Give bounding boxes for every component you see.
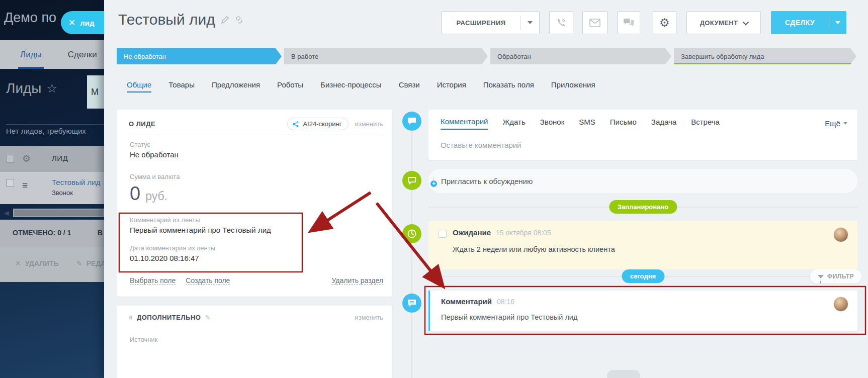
- tltab-sms[interactable]: SMS: [579, 118, 595, 129]
- about-lead-card: О ЛИДЕ AI24-скоринг изменить Статус Не о…: [117, 110, 392, 297]
- timeline-tabs: Комментарий Ждать Звонок SMS Письмо Зада…: [441, 117, 847, 130]
- funnel-icon: [818, 275, 824, 278]
- select-field-link[interactable]: Выбрать поле: [130, 276, 176, 285]
- date-badge-partial: [607, 370, 640, 378]
- crm-nav-bar: Лиды Сделки: [0, 40, 104, 69]
- invite-to-discussion-row[interactable]: + Пригласить к обсуждению: [428, 169, 857, 193]
- slider-close-tab[interactable]: ✕ лид: [61, 11, 104, 34]
- tab-links[interactable]: Связи: [399, 80, 420, 92]
- tltab-call[interactable]: Звонок: [540, 118, 564, 129]
- item-time: 08:16: [497, 298, 514, 306]
- tltab-comment[interactable]: Комментарий: [441, 117, 488, 130]
- call-button[interactable]: [549, 11, 573, 34]
- field-label: Сумма и валюта: [130, 173, 180, 180]
- stage-not-processed[interactable]: Не обработан: [117, 48, 282, 64]
- copy-link-icon[interactable]: [235, 16, 243, 24]
- avatar: [833, 297, 848, 312]
- tab-show-fields[interactable]: Показать поля: [483, 80, 534, 92]
- row-checkbox[interactable]: [6, 179, 14, 187]
- scrollbar-thumb[interactable]: [14, 210, 103, 216]
- today-badge: сегодня: [622, 269, 664, 283]
- chat-bubbles-icon: [623, 18, 635, 28]
- timeline-editor-card: Комментарий Ждать Звонок SMS Письмо Зада…: [428, 110, 857, 160]
- tab-products[interactable]: Товары: [168, 80, 195, 92]
- today-separator: сегодня ФИЛЬТР: [428, 269, 857, 284]
- delete-button[interactable]: ✕ УДАЛИТЬ: [15, 259, 59, 267]
- stage-in-progress[interactable]: В работе: [284, 48, 488, 64]
- grid-column-lead: ЛИД: [52, 154, 68, 162]
- horizontal-scrollbar[interactable]: [13, 209, 104, 217]
- tab-robots[interactable]: Роботы: [277, 80, 303, 92]
- tltab-more[interactable]: Ещё: [825, 119, 847, 128]
- settings-button[interactable]: ⚙: [653, 11, 676, 34]
- feed-comment-date-value: 01.10.2020 08:16:47: [130, 254, 199, 262]
- planned-separator: Запланировано: [428, 200, 857, 214]
- tab-quotes[interactable]: Предложения: [212, 80, 260, 92]
- timeline-wait-clock-icon: [402, 224, 421, 243]
- tab-bizproc[interactable]: Бизнес-процессы: [320, 80, 382, 92]
- page-title: Тестовый лид: [118, 11, 243, 28]
- additional-card: ⠿ДОПОЛНИТЕЛЬНО✎ изменить Источник: [117, 306, 392, 378]
- timeline-comment-icon: [402, 294, 421, 313]
- edit-section-link[interactable]: изменить: [355, 120, 383, 128]
- create-deal-button[interactable]: СДЕЛКУ: [771, 11, 846, 34]
- item-datetime: 15 октября 08:05: [496, 229, 551, 237]
- item-title[interactable]: Ожидание: [453, 228, 491, 237]
- comment-input[interactable]: Оставьте комментарий: [441, 141, 522, 149]
- tltab-meeting[interactable]: Встреча: [691, 118, 720, 129]
- select-all-checkbox[interactable]: [6, 155, 14, 163]
- nav-tab-leads[interactable]: Лиды: [20, 40, 42, 69]
- grid-header-row: ⚙ ЛИД: [0, 146, 104, 172]
- slider-tab-label: лид: [80, 19, 94, 27]
- divider: [129, 135, 383, 135]
- tltab-task[interactable]: Задача: [651, 118, 676, 129]
- close-icon[interactable]: ✕: [68, 19, 75, 27]
- timeline-discussion-icon: [402, 171, 421, 190]
- comment-item-card: Комментарий 08:16 Первый комментарий про…: [428, 291, 857, 331]
- document-button[interactable]: ДОКУМЕНТ: [686, 11, 761, 34]
- delete-section-link[interactable]: Удалить раздел: [331, 276, 383, 285]
- row-menu-icon[interactable]: ≡: [22, 180, 27, 191]
- view-switch-button[interactable]: М: [87, 75, 104, 109]
- add-user-plus-icon: +: [429, 179, 438, 188]
- detail-tabs: Общие Товары Предложения Роботы Бизнес-п…: [127, 80, 595, 92]
- background-crm-page: Демо по Лиды Сделки Лиды ☆ М Нет лидов, …: [0, 0, 104, 378]
- email-button[interactable]: [582, 11, 607, 34]
- edit-section-link[interactable]: изменить: [355, 314, 383, 321]
- phone-icon: [556, 17, 567, 28]
- ai-scoring-button[interactable]: AI24-скоринг: [287, 118, 349, 130]
- drag-handle-icon[interactable]: ⠿: [129, 317, 133, 319]
- section-title: О ЛИДЕ: [129, 120, 155, 128]
- amount-value: 0 руб.: [130, 183, 167, 205]
- pencil-icon[interactable]: ✎: [205, 314, 210, 321]
- extensions-button[interactable]: РАСШИРЕНИЯ: [441, 11, 540, 34]
- portal-title: Демо по: [4, 10, 56, 26]
- edit-title-pencil-icon[interactable]: [221, 16, 229, 24]
- favorite-star-icon[interactable]: ☆: [46, 81, 57, 96]
- tltab-wait[interactable]: Ждать: [502, 118, 525, 129]
- chat-button[interactable]: [617, 11, 640, 34]
- molecule-icon: [292, 121, 299, 128]
- chevron-down-icon[interactable]: [829, 21, 846, 24]
- item-body: Первый комментарий про Тестовый лид: [441, 313, 577, 321]
- tab-history[interactable]: История: [437, 80, 466, 92]
- planned-badge: Запланировано: [609, 200, 677, 214]
- waiting-item-card: Ожидание 15 октября 08:05 Ждать 2 недели…: [428, 221, 857, 269]
- item-title[interactable]: Комментарий: [441, 297, 492, 306]
- feed-comment-value: Первый комментарий про Тестовый лид: [130, 226, 271, 234]
- total-label: В: [98, 229, 103, 237]
- nav-tab-deals[interactable]: Сделки: [68, 40, 97, 69]
- chevron-down-icon[interactable]: [521, 21, 539, 24]
- stage-finish[interactable]: Завершить обработку лида: [674, 48, 856, 64]
- tab-apps[interactable]: Приложения: [551, 80, 595, 92]
- tltab-mail[interactable]: Письмо: [610, 118, 637, 129]
- stage-processed[interactable]: Обработан: [490, 48, 671, 64]
- complete-checkbox[interactable]: [439, 230, 447, 238]
- grid-settings-gear-icon[interactable]: ⚙: [22, 153, 31, 164]
- scroll-left-arrow[interactable]: ◀: [4, 209, 9, 217]
- selection-summary-strip: ОТМЕЧЕНО: 0 / 1 В: [0, 220, 104, 247]
- create-field-link[interactable]: Создать поле: [186, 276, 230, 285]
- tab-general[interactable]: Общие: [127, 80, 151, 92]
- filter-button[interactable]: ФИЛЬТР: [810, 269, 861, 284]
- lead-row-link[interactable]: Тестовый лид: [52, 178, 100, 186]
